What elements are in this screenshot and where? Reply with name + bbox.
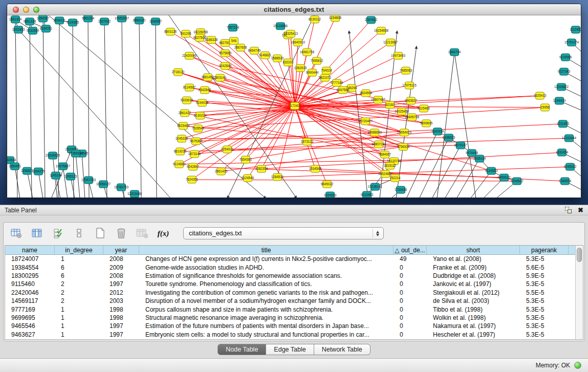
table-cell[interactable]: 9465546 bbox=[5, 322, 55, 330]
table-cell[interactable]: 0 bbox=[394, 289, 427, 296]
scrollbar-thumb[interactable] bbox=[577, 248, 582, 262]
table-cell[interactable]: Estimation of the future numbers of pati… bbox=[139, 322, 394, 330]
network-node[interactable]: 2861435 bbox=[215, 168, 228, 175]
network-node[interactable]: 1395123 bbox=[64, 173, 77, 180]
table-cell[interactable]: 1997 bbox=[103, 322, 139, 330]
table-cell[interactable]: 5.6E-5 bbox=[520, 264, 569, 271]
table-cell[interactable]: 1 bbox=[55, 255, 103, 262]
column-header-in_degree[interactable]: in_degree bbox=[55, 246, 103, 254]
table-cell[interactable]: 5.3E-5 bbox=[520, 306, 569, 313]
network-node[interactable]: 832203 bbox=[282, 59, 294, 66]
table-cell[interactable]: Tourette syndrome. Phenomenology and cla… bbox=[139, 280, 394, 288]
network-node[interactable]: 9861458 bbox=[202, 74, 214, 81]
table-cell[interactable]: 6 bbox=[55, 264, 103, 271]
network-node[interactable]: 16640910 bbox=[291, 39, 306, 46]
network-node[interactable]: 6879197 bbox=[454, 142, 467, 149]
network-node[interactable]: 17240 bbox=[290, 102, 299, 110]
network-node[interactable]: 1588520 bbox=[271, 55, 284, 62]
table-cell[interactable]: 1997 bbox=[103, 280, 139, 288]
network-node[interactable]: 1924553 bbox=[324, 192, 337, 198]
network-node[interactable]: 1864794 bbox=[448, 49, 461, 56]
network-node[interactable]: 17975115 bbox=[402, 82, 417, 89]
table-cell[interactable]: Hescheler et al. (1997) bbox=[427, 331, 520, 338]
network-node[interactable]: 1834567 bbox=[149, 18, 162, 25]
network-node[interactable]: 7957224 bbox=[227, 24, 239, 31]
column-header-year[interactable]: year bbox=[103, 246, 139, 254]
network-node[interactable]: 2087682 bbox=[365, 16, 378, 24]
table-cell[interactable]: 5.3E-5 bbox=[520, 255, 569, 262]
table-cell[interactable]: 9463627 bbox=[5, 331, 55, 338]
table-row[interactable]: 1872400712008Changes of HCN gene express… bbox=[5, 255, 575, 263]
network-node[interactable]: 20206535 bbox=[46, 152, 60, 159]
network-node[interactable]: 9212453 bbox=[361, 191, 374, 198]
network-node[interactable]: 546 bbox=[230, 37, 238, 45]
network-node[interactable]: 1922453 bbox=[12, 26, 25, 33]
network-node[interactable]: 16782753 bbox=[114, 184, 129, 191]
table-row[interactable]: 911546021997Tourette syndrome. Phenomeno… bbox=[5, 280, 575, 288]
network-node[interactable]: 12103444 bbox=[562, 135, 577, 142]
network-node[interactable]: 9231554 bbox=[27, 27, 39, 34]
network-node[interactable]: 8619235 bbox=[174, 148, 187, 155]
network-node[interactable]: 252214 bbox=[389, 174, 401, 182]
table-cell[interactable]: 5.3E-5 bbox=[520, 297, 569, 304]
table-cell[interactable]: 1997 bbox=[103, 331, 139, 338]
table-cell[interactable]: 0 bbox=[394, 314, 427, 321]
network-node[interactable]: 6938923 bbox=[443, 134, 455, 141]
table-cell[interactable]: 1 bbox=[55, 306, 103, 313]
select-all-icon[interactable] bbox=[52, 227, 64, 239]
table-row[interactable]: 1456911722003Disruption of a novel membe… bbox=[5, 297, 575, 305]
network-node[interactable]: 1211453 bbox=[557, 120, 570, 127]
table-cell[interactable]: Genome-wide association studies in ADHD. bbox=[139, 264, 394, 271]
network-node[interactable]: 1733426 bbox=[395, 186, 407, 193]
network-node[interactable]: 62160 bbox=[385, 101, 395, 108]
table-cell[interactable]: 2 bbox=[55, 289, 103, 296]
minimize-window-button[interactable] bbox=[23, 7, 29, 13]
table-cell[interactable]: Disruption of a novel member of a sodium… bbox=[139, 297, 394, 304]
network-node[interactable]: 16154838 bbox=[374, 27, 389, 34]
network-node[interactable]: 7528541 bbox=[192, 125, 205, 132]
table-cell[interactable]: 2003 bbox=[103, 297, 139, 304]
table-cell[interactable]: Nakamura et al. (1997) bbox=[427, 322, 520, 330]
network-node[interactable]: 9990444 bbox=[306, 69, 319, 76]
network-node[interactable]: 16958107 bbox=[96, 181, 111, 188]
table-cell[interactable]: 14569117 bbox=[5, 297, 55, 304]
network-node[interactable]: 1873146 bbox=[188, 150, 201, 158]
network-node[interactable]: 8124567 bbox=[183, 84, 196, 91]
network-node[interactable]: 9899695 bbox=[420, 120, 433, 127]
tab-network-table[interactable]: Network Table bbox=[314, 344, 371, 355]
table-cell[interactable]: 9777169 bbox=[5, 306, 55, 313]
network-node[interactable]: 1527002 bbox=[98, 18, 111, 25]
network-node[interactable]: 1054287 bbox=[37, 15, 50, 22]
network-node[interactable]: 10688609 bbox=[367, 129, 382, 136]
network-node[interactable]: 9459022 bbox=[498, 174, 511, 181]
network-node[interactable]: 1650451 bbox=[9, 163, 21, 170]
table-cell[interactable]: 2008 bbox=[103, 255, 139, 262]
zoom-window-button[interactable] bbox=[33, 7, 39, 13]
column-header-out_de[interactable]: △ out_de... bbox=[394, 246, 427, 254]
network-node[interactable]: 15958 bbox=[540, 104, 550, 111]
network-node[interactable]: 9282354 bbox=[255, 165, 268, 172]
table-cell[interactable]: 2009 bbox=[103, 264, 139, 271]
close-panel-icon[interactable]: ✖ bbox=[578, 207, 583, 213]
table-cell[interactable]: 0 bbox=[394, 306, 427, 313]
table-cell[interactable]: 1 bbox=[55, 331, 103, 338]
table-cell[interactable]: 18724007 bbox=[5, 255, 55, 262]
table-cell[interactable]: 0 bbox=[394, 272, 427, 279]
table-cell[interactable]: Structural magnetic resonance image aver… bbox=[139, 314, 394, 321]
table-cell[interactable]: 1 bbox=[55, 314, 103, 321]
network-node[interactable]: 9245022 bbox=[564, 163, 577, 170]
network-node[interactable]: 9845022 bbox=[321, 181, 334, 188]
network-node[interactable]: 19218586 bbox=[273, 23, 288, 30]
new-table-icon[interactable] bbox=[94, 227, 106, 239]
network-node[interactable]: 8130112 bbox=[309, 16, 321, 23]
table-cell[interactable]: 5.3E-5 bbox=[520, 331, 569, 338]
table-cell[interactable]: 9699695 bbox=[5, 314, 55, 321]
network-node[interactable]: 15751074 bbox=[564, 39, 579, 46]
network-node[interactable]: 2867608 bbox=[234, 44, 247, 51]
network-node[interactable]: 3824554 bbox=[360, 90, 373, 97]
network-node[interactable]: 9333618 bbox=[181, 97, 193, 104]
network-node[interactable]: 9124355 bbox=[67, 19, 79, 26]
table-cell[interactable]: 18300295 bbox=[5, 272, 55, 279]
table-cell[interactable]: 2008 bbox=[103, 272, 139, 279]
network-node[interactable]: 8186328 bbox=[205, 36, 218, 43]
